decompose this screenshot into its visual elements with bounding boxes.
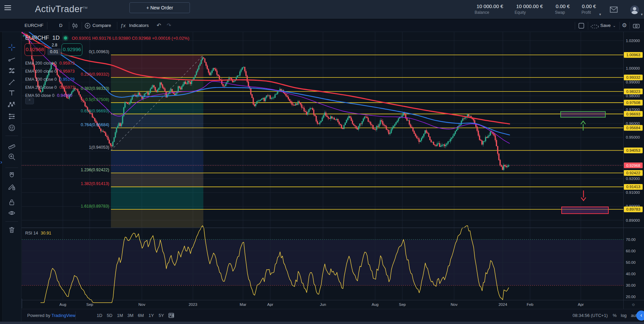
tradingview-link[interactable]: TradingView [51, 313, 76, 318]
indicator-value: 0.95179 [59, 77, 75, 82]
percent-scale-button[interactable]: % [613, 309, 617, 322]
svg-text:Mar: Mar [240, 302, 246, 307]
xabcd-pattern-icon[interactable] [8, 101, 16, 109]
compare-icon[interactable] [85, 23, 90, 29]
svg-text:Feb: Feb [527, 302, 533, 307]
range-button-5y[interactable]: 5Y [157, 309, 166, 322]
indicator-name: EMA 100 close 0 [25, 77, 57, 82]
long-position-icon[interactable] [8, 112, 16, 120]
cloud-save-icon[interactable] [591, 24, 599, 28]
svg-text:0.89783: 0.89783 [626, 207, 640, 211]
save-chevron-icon[interactable]: ⌄ [613, 20, 616, 32]
range-button-6m[interactable]: 6M [136, 309, 146, 322]
compare-button[interactable]: Compare [92, 20, 111, 32]
chart-style-icon[interactable] [72, 23, 78, 29]
mail-icon[interactable] [610, 6, 618, 13]
text-icon[interactable] [8, 89, 16, 97]
camera-icon[interactable] [633, 23, 640, 28]
indicators-icon[interactable]: ƒx [120, 20, 126, 32]
legend-ohlc: O0.93001 H0.93176 L0.92880 C0.92968 +0.0… [72, 36, 190, 41]
lot-size-field[interactable]: 0.01 [47, 48, 61, 55]
price-chart[interactable]: 0(1.00963)0.236(0.99332)0.382(0.98323)0.… [0, 0, 644, 324]
svg-text:2023: 2023 [189, 302, 197, 307]
svg-text:Sep: Sep [86, 302, 93, 307]
emoji-icon[interactable] [8, 124, 16, 132]
svg-text:Aug: Aug [372, 302, 378, 307]
interval-button[interactable]: D [59, 20, 63, 32]
user-avatar[interactable] [630, 5, 639, 14]
remove-all-icon[interactable] [8, 226, 16, 234]
new-order-button[interactable]: + New Order [129, 2, 190, 13]
chart-legend: EURCHF1DO0.93001 H0.93176 L0.92880 C0.92… [25, 35, 189, 41]
bottom-toolbar: Powered by TradingView 08:34:56 (UTC+1) … [21, 309, 644, 321]
indicator-row[interactable]: EMA 200 close 00.95973 [25, 67, 75, 75]
balance-stat: 10 000.00 €Balance [475, 3, 503, 15]
range-button-5d[interactable]: 5D [105, 309, 114, 322]
fib-retracement-icon[interactable] [8, 67, 16, 75]
range-button-1y[interactable]: 1Y [147, 309, 156, 322]
powered-by-label: Powered by TradingView [27, 309, 76, 322]
lock-all-icon[interactable] [8, 198, 16, 206]
save-button[interactable]: Save [600, 20, 611, 32]
log-scale-button[interactable]: log [621, 309, 627, 322]
indicator-name: EMA 50 close 0 [25, 93, 54, 98]
indicator-name: EMA 200 close 0 [25, 69, 57, 74]
svg-text:1.382(0.91413): 1.382(0.91413) [81, 181, 109, 186]
expand-panel-icon[interactable]: › [0, 159, 2, 166]
range-button-3m[interactable]: 3M [126, 309, 135, 322]
svg-text:0.96693: 0.96693 [626, 112, 640, 116]
collapse-sidebar-fab[interactable]: ‹ [636, 311, 644, 321]
top-bar: ActivTraderTM + New Order 10 000.00 €Bal… [0, 0, 644, 19]
range-button-1d[interactable]: 1D [95, 309, 104, 322]
sell-price-button[interactable]: 0.92968 [25, 43, 45, 56]
indicators-button[interactable]: Indicators [129, 20, 149, 32]
hide-all-icon[interactable] [8, 209, 16, 217]
svg-text:Apr: Apr [267, 302, 273, 307]
svg-text:0.764(0.95684): 0.764(0.95684) [81, 122, 109, 127]
svg-text:0.98323: 0.98323 [626, 89, 640, 94]
svg-text:Jun: Jun [320, 302, 326, 307]
zoom-in-icon[interactable] [8, 153, 16, 161]
market-status-icon [64, 36, 67, 40]
indicator-row[interactable]: EMA 200 close 00.95973 [25, 83, 75, 92]
buy-price-button[interactable]: 0.92996 [62, 43, 82, 56]
theme-sun-icon[interactable]: ☼ [631, 301, 636, 307]
layout-icon[interactable] [578, 23, 584, 29]
clock-label[interactable]: 08:34:56 (UTC+1) [573, 309, 608, 322]
svg-text:0(1.00963): 0(1.00963) [89, 49, 109, 54]
drawing-mode-icon[interactable] [8, 183, 16, 191]
collapse-indicators-button[interactable]: ⌃ [25, 98, 34, 104]
svg-text:1.618(0.89783): 1.618(0.89783) [81, 204, 109, 209]
svg-text:0.94053: 0.94053 [626, 148, 640, 152]
indicator-value: 0.95973 [59, 61, 75, 66]
chart-toolbar: EURCHF D Compare ƒx Indicators ↶ ↷ Save [0, 20, 644, 32]
avatar-caret-icon[interactable]: ▼ [640, 13, 643, 16]
symbol-button[interactable]: EURCHF [25, 20, 43, 32]
indicator-value: 0.95973 [59, 85, 75, 90]
range-button-all[interactable]: All [167, 309, 176, 322]
indicator-row[interactable]: EMA 100 close 00.95179 [25, 75, 75, 83]
app-logo: ActivTraderTM [35, 4, 88, 14]
activtrader-window: 0(1.00963)0.236(0.99332)0.382(0.98323)0.… [0, 0, 644, 324]
indicator-legend: EMA 200 close 00.95973EMA 200 close 00.9… [25, 59, 75, 100]
trend-line-icon[interactable] [8, 55, 16, 63]
legend-symbol[interactable]: EURCHF [25, 35, 49, 41]
undo-icon[interactable]: ↶ [157, 20, 161, 32]
menu-icon[interactable] [4, 5, 11, 11]
rsi-legend: RSI 1430.91 [25, 231, 51, 236]
range-button-1m[interactable]: 1M [115, 309, 125, 322]
profit-caret-icon[interactable]: ▼ [599, 13, 602, 16]
svg-text:Sep: Sep [399, 302, 406, 307]
crosshair-icon[interactable] [8, 43, 16, 51]
svg-text:30.00: 30.00 [626, 283, 636, 287]
profit-stat[interactable]: 0.00 €Profit [581, 3, 596, 15]
ruler-icon[interactable] [8, 142, 16, 150]
settings-gear-icon[interactable]: ⚙ [622, 20, 627, 32]
indicator-row[interactable]: EMA 200 close 00.95973 [25, 59, 75, 67]
redo-icon[interactable]: ↷ [167, 20, 171, 32]
svg-text:40.00: 40.00 [626, 272, 636, 276]
svg-text:0.95000: 0.95000 [626, 135, 640, 139]
svg-text:1.236(0.92422): 1.236(0.92422) [81, 168, 109, 172]
brush-icon[interactable] [8, 78, 16, 86]
magnet-icon[interactable] [8, 171, 16, 179]
